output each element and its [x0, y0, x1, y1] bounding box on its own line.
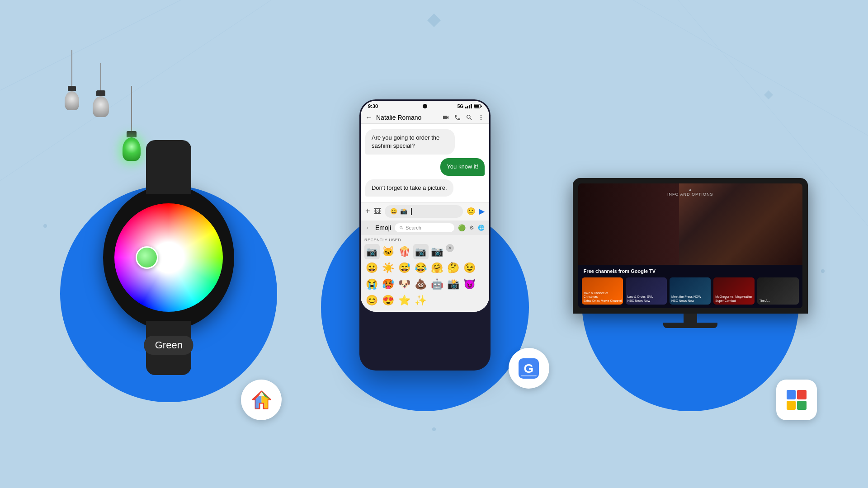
svg-rect-11	[474, 105, 479, 108]
tv-channels-section: Free channels from Google TV Take a Chan…	[578, 265, 802, 308]
wire-2	[100, 63, 101, 90]
tv-channel-4[interactable]: McGregor vs. MayweatherSuper Combat	[713, 277, 755, 305]
emoji-poop[interactable]: 💩	[413, 277, 429, 292]
emoji-sun[interactable]: ☀️	[381, 260, 396, 276]
emoji-cam2[interactable]: 📸	[446, 277, 461, 292]
emoji-face: 😀	[390, 208, 397, 215]
gtv-sq-green	[797, 401, 807, 410]
phone-time: 9:30	[368, 103, 378, 109]
chat-area: Are you going to order the sashimi speci…	[361, 124, 489, 202]
emoji-sob[interactable]: 😭	[364, 277, 380, 292]
tv-channel-1[interactable]: Take a Chance at ChristmasExtra Xmas Mov…	[582, 277, 623, 305]
emoji-translate-icon[interactable]: 🌐	[478, 225, 485, 231]
google-home-icon	[249, 388, 274, 413]
phone-appbar: ← Natalie Romano	[361, 112, 489, 124]
battery-icon	[474, 104, 482, 108]
emoji-popcorn[interactable]: 🍿	[397, 244, 412, 259]
emoji-dog[interactable]: 🐶	[397, 277, 412, 292]
svg-text:G: G	[524, 361, 534, 375]
svg-rect-12	[481, 106, 482, 107]
tv-channel-5[interactable]: The A...	[757, 277, 798, 305]
left-section: Green	[42, 41, 295, 447]
bar-4	[471, 104, 472, 108]
bulb-wire-1	[65, 50, 79, 110]
emoji-face-2[interactable]: 😍	[381, 293, 396, 308]
watch-screen[interactable]	[114, 203, 223, 312]
emoji-cat[interactable]: 🐱	[381, 244, 396, 259]
send-icon[interactable]: ▶	[479, 207, 485, 216]
tv-frame: ▲ Info and options Free channels from Go…	[573, 178, 808, 314]
emoji-face-3[interactable]: ⭐	[397, 293, 412, 308]
emoji-row-3: 😭 🥵 🐶 💩 🤖 📸 😈	[364, 277, 486, 292]
emoji-close-btn[interactable]: ✕	[446, 244, 454, 252]
phone-call-icon[interactable]	[454, 114, 461, 121]
emoji-kb-back-icon[interactable]: ←	[365, 224, 372, 231]
bulb-cap-1	[68, 86, 76, 91]
bulb-wire-2	[93, 63, 109, 117]
emoji-picker-icon[interactable]: 🙂	[467, 207, 476, 216]
status-icons: 5G	[458, 104, 482, 109]
tv-channel-3-text: Meet the Press NOWNBC News Now	[671, 295, 701, 303]
emoji-cry-laugh[interactable]: 😂	[413, 260, 429, 276]
emoji-robot[interactable]: 🤖	[429, 277, 445, 292]
emoji-face-4[interactable]: ✨	[413, 293, 429, 308]
tv-channel-3[interactable]: Meet the Press NOWNBC News Now	[670, 277, 711, 305]
bulb-container	[65, 50, 141, 161]
phone-camera	[423, 104, 427, 108]
watch-body: Green	[103, 185, 234, 330]
wire-3	[131, 86, 132, 131]
gtv-sq-blue	[787, 390, 796, 399]
back-icon[interactable]: ←	[365, 113, 373, 122]
gtv-sq-yellow	[787, 401, 796, 410]
emoji-search-box[interactable]: Search	[395, 223, 454, 232]
emoji-sweat[interactable]: 😅	[397, 260, 412, 276]
video-call-icon[interactable]	[442, 114, 449, 121]
main-container: Green 9:30	[0, 0, 868, 488]
emoji-face-1[interactable]: 😊	[364, 293, 380, 308]
tv-channel-2-text: Law & Order: SVUNBC News Now	[627, 295, 654, 303]
emoji-grin[interactable]: 😀	[364, 260, 380, 276]
emoji-camera-1[interactable]: 📷	[364, 244, 380, 259]
tv-channel-2[interactable]: Law & Order: SVUNBC News Now	[626, 277, 667, 305]
tv-screen: ▲ Info and options Free channels from Go…	[578, 183, 802, 308]
search-icon[interactable]	[466, 114, 473, 121]
bulb-cap-3	[127, 131, 137, 137]
gboard-badge[interactable]: G	[509, 348, 549, 389]
google-tv-badge[interactable]	[776, 380, 817, 420]
color-selector[interactable]	[136, 246, 158, 269]
gtv-logo	[787, 390, 807, 410]
bulb-body-1	[65, 91, 79, 110]
emoji-camera-2[interactable]: 📷	[413, 244, 429, 259]
wire-1	[71, 50, 72, 86]
signal-text: 5G	[458, 104, 463, 109]
emoji-camera-3[interactable]: 📷	[429, 244, 445, 259]
phone-frame: 9:30 5G	[359, 99, 491, 371]
gtv-sq-red	[797, 390, 807, 399]
tv-container: ▲ Info and options Free channels from Go…	[573, 178, 808, 328]
add-icon[interactable]: +	[365, 206, 370, 216]
emoji-section-label: RECENTLY USED	[364, 238, 486, 242]
emoji-settings-icon[interactable]: ⚙	[469, 225, 474, 231]
emoji-mic-icon[interactable]: 🟢	[458, 224, 466, 231]
contact-name[interactable]: Natalie Romano	[376, 114, 439, 121]
emoji-kb-title: Emoji	[375, 224, 391, 231]
emoji-hug[interactable]: 🤗	[429, 260, 445, 276]
tv-info-text: Info and options	[667, 192, 713, 197]
emoji-hot[interactable]: 🥵	[381, 277, 396, 292]
google-home-badge[interactable]	[241, 380, 282, 420]
image-icon[interactable]: 🖼	[374, 207, 381, 216]
emoji-text-input[interactable]: 😀 📸	[385, 205, 463, 218]
watch-container: Green	[103, 185, 234, 330]
emoji-thinking[interactable]: 🤔	[446, 260, 461, 276]
message-sent-1: You know it!	[440, 158, 485, 175]
right-section: ▲ Info and options Free channels from Go…	[555, 41, 826, 447]
emoji-input-row: + 🖼 😀 📸 🙂 ▶	[361, 202, 489, 221]
more-options-icon[interactable]	[477, 114, 485, 121]
center-section: 9:30 5G	[307, 41, 542, 447]
emoji-devil[interactable]: 😈	[462, 277, 477, 292]
emoji-keyboard: ← Emoji Search 🟢 ⚙ 🌐	[361, 221, 489, 312]
bulb-wire-3	[123, 86, 141, 161]
tv-channels-row: Take a Chance at ChristmasExtra Xmas Mov…	[582, 277, 799, 305]
tv-channels-title: Free channels from Google TV	[582, 268, 799, 274]
emoji-wink[interactable]: 😉	[462, 260, 477, 276]
